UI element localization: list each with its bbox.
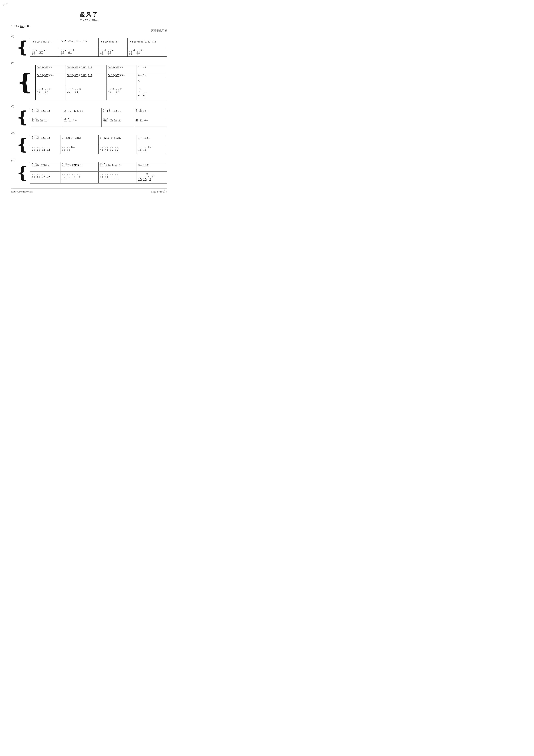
attribution: 买辣椒也用券 [11, 29, 167, 33]
title-section: 起风了 The Wind Rises [11, 11, 167, 22]
m15-upper: 1 3212 1· 53212 [99, 135, 137, 144]
main-title: 起风了 [11, 11, 167, 18]
m7-l1 [107, 79, 137, 86]
section-2: (5) ❴ 71·23 3553 3 [11, 62, 167, 100]
m19-lower: ·4· ·1· ·4· ·1· ·5· ·2· ·5· ·2· [99, 172, 137, 183]
m5-lower: ·4· ·1· 3 ·5· ·7· 2 [36, 86, 66, 100]
section-4-label: (13) [11, 132, 15, 134]
m10-upper: 2· 12· 12321 5 [63, 108, 102, 117]
m7-u1: 71·23 3553 3 [107, 65, 137, 73]
m13-lower: ·2· ·6· ·2· ·6· ·5· ·2· ·5· ·2· [30, 144, 61, 154]
section-1-label: (1) [11, 35, 14, 38]
brace-4: ❴ [16, 135, 30, 154]
m6-l1 [66, 79, 107, 86]
m16-lower: ·1· ·5· ·1· ·5· 1 – [137, 144, 167, 154]
m17-lower: ·4· ·1· ·4· ·1· ·5· ·2· ·5· ·2· [30, 172, 61, 183]
m14-upper: 2· 321 6 3212 [61, 135, 99, 144]
footer: EveryonePiano.com Page 1 /Total 4 [11, 188, 167, 193]
m9-lower: 15 15 55 15 [30, 117, 63, 126]
m18-lower: ·3· ·7· ·3· ·7· ·6· ·3· ·6· ·3· [61, 172, 99, 183]
m13-upper: 2· 12· 123 53 [30, 135, 61, 144]
m5-u2: 71·23 3553 3 – [36, 73, 66, 79]
brace-3: ❴ [16, 108, 30, 127]
section-4: (13) ❴ 2· 12· 123 53 2· 321 6 [11, 132, 167, 154]
m8-u2: 6 – 6 – [137, 73, 167, 79]
m10-lower: 75 75 5 – [63, 117, 102, 126]
m3-upper: 7·1·23 3553 3 – [99, 38, 128, 47]
m1-upper: 7·1·23 3553 3 – [30, 38, 59, 47]
m4-lower: ·3· ·7· 2 ·6· ·1· 3 [128, 47, 167, 56]
m11-lower: ♯65 ♯65 55 65 [102, 117, 134, 126]
m7-u2: 71·23 3553 3 – [107, 73, 137, 79]
brace-5: ❴ [16, 162, 30, 183]
m4-upper: 7·1·23 3553 2312 715 [128, 38, 167, 47]
brace-2: ❴ [16, 65, 36, 100]
section-2-label: (5) [11, 62, 14, 64]
m16-upper: 1 – 1231 [137, 135, 167, 144]
m8-l1-top: 3 [137, 79, 167, 86]
m8-lower: 3· ·6· – ·6· – [137, 86, 167, 100]
section-3: (9) ❴ 2· 12· 123 53 2· 12· [11, 105, 167, 127]
m7-lower: ·4· ·1· 3 ·5· ·7· 2 [107, 86, 137, 100]
m9-upper: 2· 12· 123 53 [30, 108, 63, 117]
footer-right: Page 1 /Total 4 [151, 190, 167, 193]
m14-lower: ·6· ·3· ·6· ·3· 6 – [61, 144, 99, 154]
m8-u1: 2 ♯1 [137, 65, 167, 73]
m5-l1 [36, 79, 66, 86]
m19-upper: 6 5 66565 6 5225· [99, 162, 137, 171]
watermark: EOP [3, 2, 8, 6]
sub-title: The Wind Rises [11, 18, 167, 22]
section-5: (17) ❴ 6 5 66· 17 677 [11, 159, 167, 183]
m5-u1: 71·23 3553 3 [36, 65, 66, 73]
brace-1: ❴ [16, 38, 30, 57]
m15-lower: ·4· ·1· ·4· ·1· ·5· ·2· ·5· ·2· [99, 144, 137, 154]
m20-upper: 3 – 1231 [137, 162, 167, 171]
m12-lower: 41 41 4 – [134, 117, 167, 126]
m3-lower: ·4· ·1· 3 ·5· ·7· 2 [99, 47, 128, 56]
footer-left: EveryonePiano.com [11, 190, 33, 193]
m18-upper: 7 6 773 12176 5 [61, 162, 99, 171]
tempo-line: 1=F## 4/4 ♩=80 [11, 24, 167, 28]
m6-lower: ·3· ·7· 2 ·6· ·1· 3 [66, 86, 107, 100]
section-1: (1) ❴ 7·1·23 3553 3 – [11, 35, 167, 57]
m1-lower: ·4· ·1· 3 ·5· ·7· 2 [30, 47, 59, 56]
m2-lower: ·3· ·7· 2 ·6· ·1· 3 [59, 47, 99, 56]
m6-u1: 71·23 3553 2312 715 [66, 65, 107, 73]
m20-lower: ♯6 ·1· ·5· ·1· ·5· ♯ ·6· 5 [137, 172, 167, 183]
m2-upper: 7·1·23 3553 2312 715 [59, 38, 99, 47]
m12-upper: 2· 321 2 – [134, 108, 167, 117]
section-3-label: (9) [11, 105, 14, 107]
section-5-label: (17) [11, 159, 15, 162]
m6-u2: 71·23 3553 2312 715 [66, 73, 107, 79]
m11-upper: 2· 12· 123 53 [102, 108, 134, 117]
m17-upper: 6 5 66· 17 677 [30, 162, 61, 171]
